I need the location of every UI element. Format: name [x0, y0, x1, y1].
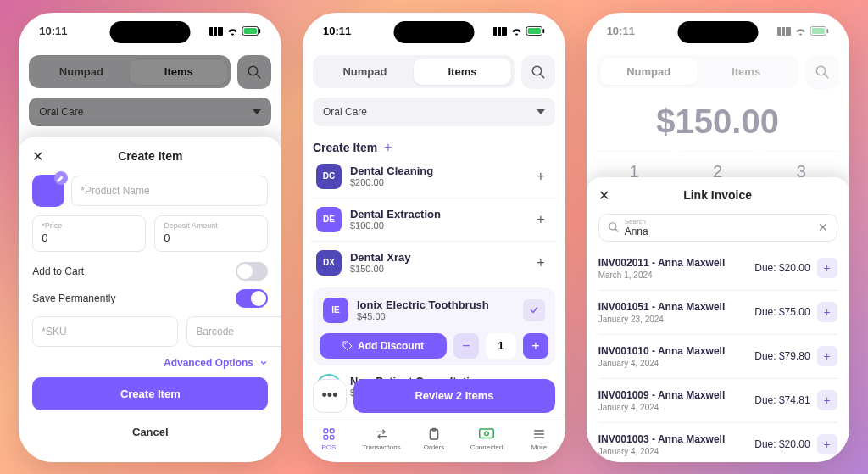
invoice-row[interactable]: INV001009 - Anna Maxwell January 4, 2024…	[598, 379, 837, 423]
invoice-title: INV001003 - Anna Maxwell	[598, 433, 755, 445]
wifi-icon	[226, 26, 239, 36]
item-badge: IE	[323, 298, 348, 323]
link-invoice-button[interactable]: +	[817, 434, 837, 454]
search-icon	[608, 221, 620, 233]
status-icons	[777, 26, 829, 36]
search-button[interactable]	[237, 55, 271, 89]
tab-orders[interactable]: Orders	[408, 415, 460, 462]
link-invoice-button[interactable]: +	[817, 390, 837, 410]
add-item-button[interactable]: +	[530, 165, 552, 187]
svg-point-18	[485, 432, 489, 436]
category-select[interactable]: Oral Care	[313, 98, 555, 126]
view-segment: Numpad Items	[29, 55, 231, 88]
selected-item-block: IE Ionix Electric Toothbrush $45.00 Add …	[313, 287, 555, 365]
add-to-cart-toggle[interactable]	[236, 262, 268, 281]
invoice-date: January 4, 2024	[598, 403, 755, 412]
sku-input[interactable]	[32, 316, 178, 347]
svg-line-25	[615, 229, 618, 232]
close-icon[interactable]: ✕	[598, 187, 615, 204]
add-item-button[interactable]: +	[530, 252, 552, 274]
sheet-title: Link Invoice	[615, 188, 821, 202]
invoice-date: March 1, 2024	[598, 270, 755, 280]
category-label: Oral Care	[39, 106, 83, 118]
invoice-date: January 4, 2024	[598, 447, 755, 456]
invoice-row[interactable]: INV001003 - Anna Maxwell January 4, 2024…	[598, 423, 837, 462]
signal-icon	[493, 27, 507, 36]
phone-create-item: 10:11 Numpad Items Oral Care Cr	[19, 13, 281, 462]
tab-numpad[interactable]: Numpad	[32, 59, 130, 85]
product-image-picker[interactable]	[32, 175, 64, 207]
status-icons	[493, 26, 545, 36]
create-item-button[interactable]: Create Item	[32, 377, 268, 410]
svg-point-10	[345, 343, 347, 344]
add-item-button[interactable]: +	[530, 209, 552, 231]
svg-rect-12	[330, 429, 334, 433]
save-permanently-toggle[interactable]	[236, 289, 268, 308]
svg-rect-21	[826, 29, 828, 33]
chevron-down-icon	[259, 359, 268, 367]
link-invoice-button[interactable]: +	[817, 258, 837, 278]
link-invoice-button[interactable]: +	[817, 346, 837, 366]
close-icon[interactable]: ✕	[32, 148, 49, 165]
invoice-row[interactable]: INV001010 - Anna Maxwell January 4, 2024…	[598, 335, 837, 379]
add-to-cart-label: Add to Cart	[32, 265, 84, 277]
search-button[interactable]	[805, 55, 839, 89]
search-field[interactable]: Search Anna ✕	[598, 214, 837, 242]
product-name-input[interactable]	[71, 176, 268, 206]
tab-items[interactable]: Items	[698, 59, 795, 85]
grid-icon	[322, 427, 336, 442]
review-items-button[interactable]: Review 2 Items	[353, 379, 555, 413]
search-icon	[531, 64, 546, 80]
svg-line-4	[257, 74, 261, 78]
category-select[interactable]: Oral Care	[29, 98, 271, 126]
item-row[interactable]: DE Dental Extraction $100.00 +	[313, 198, 555, 241]
invoice-date: January 4, 2024	[598, 359, 755, 368]
invoice-due: Due: $20.00	[754, 438, 810, 450]
more-options-button[interactable]: •••	[313, 379, 347, 413]
category-label: Oral Care	[323, 106, 367, 118]
edit-icon	[56, 173, 66, 183]
search-value: Anna	[625, 226, 813, 237]
item-badge: DC	[316, 164, 342, 189]
tab-more[interactable]: More	[513, 415, 565, 462]
cancel-button[interactable]: Cancel	[32, 417, 268, 447]
tab-pos[interactable]: POS	[303, 415, 355, 462]
invoice-row[interactable]: INV002011 - Anna Maxwell March 1, 2024 D…	[598, 247, 837, 291]
phone-link-invoice: 10:11 Numpad Items $150.00 123 ✕	[587, 13, 849, 462]
battery-icon	[810, 26, 829, 36]
qty-minus-button[interactable]: −	[453, 333, 479, 359]
link-invoice-button[interactable]: +	[817, 302, 837, 322]
barcode-input[interactable]	[186, 316, 281, 347]
selected-check[interactable]	[523, 299, 545, 321]
tab-numpad[interactable]: Numpad	[600, 59, 698, 85]
clear-search-button[interactable]: ✕	[818, 220, 828, 234]
wifi-icon	[794, 26, 807, 36]
tag-icon	[342, 341, 353, 351]
price-field[interactable]: *Price 0	[32, 215, 146, 252]
invoice-title: INV001051 - Anna Maxwell	[598, 301, 755, 313]
add-discount-button[interactable]: Add Discount	[320, 333, 447, 359]
tab-connected[interactable]: Connected	[460, 415, 513, 462]
qty-value: 1	[486, 333, 516, 359]
tab-numpad[interactable]: Numpad	[316, 59, 414, 85]
item-badge: DX	[316, 250, 342, 276]
svg-rect-2	[259, 29, 261, 33]
item-row[interactable]: DX Dental Xray $150.00 +	[313, 241, 555, 284]
advanced-options-link[interactable]: Advanced Options	[32, 357, 268, 369]
cash-icon	[479, 427, 494, 442]
sheet-title: Create Item	[49, 149, 251, 163]
tab-transactions[interactable]: Transactions	[355, 415, 408, 462]
invoice-date: January 23, 2024	[598, 315, 755, 324]
invoice-row[interactable]: INV001051 - Anna Maxwell January 23, 202…	[598, 291, 837, 335]
search-button[interactable]	[521, 55, 555, 89]
deposit-field[interactable]: Deposit Amount 0	[154, 215, 268, 252]
svg-rect-17	[480, 429, 494, 438]
item-row[interactable]: DC Dental Cleaning $200.00 +	[313, 155, 555, 198]
qty-plus-button[interactable]: +	[523, 333, 548, 359]
wifi-icon	[510, 26, 523, 36]
chevron-down-icon	[537, 109, 545, 114]
battery-icon	[242, 26, 261, 36]
tab-items[interactable]: Items	[130, 59, 227, 85]
tab-items[interactable]: Items	[414, 59, 511, 85]
create-item-header[interactable]: Create Item +	[313, 140, 555, 155]
